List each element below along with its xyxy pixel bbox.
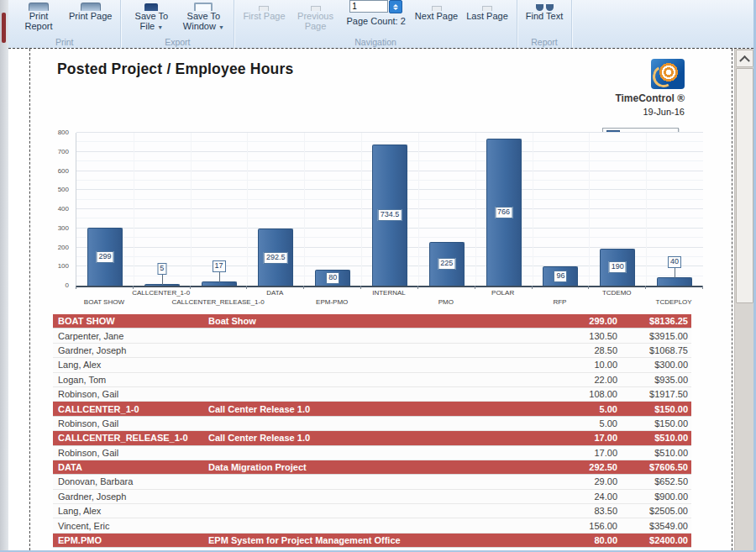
report-date: 19-Jun-16 xyxy=(615,107,685,117)
hours-table: BOAT SHOWBoat Show299.00$8136.25Carpente… xyxy=(53,314,691,548)
y-tick-label: 0 xyxy=(66,282,69,289)
window-icon xyxy=(194,3,213,11)
x-category-label: BOAT SHOW xyxy=(84,298,124,306)
first-page-label: First Page xyxy=(243,11,285,21)
table-cell-id: CALLCENTER_RELEASE_1-0 xyxy=(53,433,208,443)
page-number-input[interactable] xyxy=(349,0,388,13)
group-label-print: Print xyxy=(8,37,120,47)
x-tick xyxy=(360,286,361,289)
table-row-project-group: BOAT SHOWBoat Show299.00$8136.25 xyxy=(53,314,691,329)
table-cell-id: Robinson, Gail xyxy=(53,448,208,458)
group-label-export: Export xyxy=(121,37,234,47)
x-tick xyxy=(133,286,134,289)
table-cell-amount: $8136.25 xyxy=(619,316,691,326)
chevron-down-icon: ▼ xyxy=(218,24,224,30)
table-cell-id: Lang, Alex xyxy=(53,360,208,370)
bar-slot: 225 xyxy=(418,133,475,286)
next-page-label: Next Page xyxy=(415,11,458,21)
table-cell-id: CALLCENTER_1-0 xyxy=(53,404,208,414)
bar-value-label: 190 xyxy=(609,261,627,273)
table-row-project-group: EPM.PMOEPM System for Project Management… xyxy=(53,534,691,548)
bar-value-label: 292.5 xyxy=(264,252,288,264)
y-tick-label: 400 xyxy=(58,206,69,213)
last-page-button[interactable]: Last Page xyxy=(462,1,512,21)
y-tick-label: 600 xyxy=(58,168,69,175)
table-cell-desc: Boat Show xyxy=(208,316,543,326)
printer-icon xyxy=(81,3,101,11)
window-left-border xyxy=(0,0,8,550)
table-cell-hours: 292.50 xyxy=(543,462,619,472)
bar-value-label: 299 xyxy=(96,251,113,263)
table-cell-id: Gardner, Joseph xyxy=(53,345,208,355)
table-cell-hours: 28.50 xyxy=(543,345,619,355)
page-count-label: Page Count: 2 xyxy=(347,16,406,26)
toolbar-group-navigation: First Page Previous Page Page Count: 2 N… xyxy=(234,0,517,48)
table-cell-id: Logan, Tom xyxy=(53,375,208,385)
bar-slot: 40 xyxy=(646,133,703,286)
previous-page-button[interactable]: Previous Page xyxy=(290,1,342,31)
y-tick-label: 300 xyxy=(58,225,69,232)
save-to-file-button[interactable]: Save To File ▼ xyxy=(125,1,177,33)
table-cell-amount: $7606.50 xyxy=(619,462,691,472)
scrollbar-thumb[interactable] xyxy=(736,68,753,303)
table-cell-hours: 5.00 xyxy=(543,404,619,414)
page-number-box: Page Count: 2 xyxy=(342,1,411,26)
x-category-label: POLAR xyxy=(491,289,514,297)
toolbar-group-export: Save To File ▼ Save To Window ▼ Export xyxy=(121,0,234,48)
bar-value-label: 766 xyxy=(495,207,512,218)
x-tick xyxy=(303,286,304,289)
bar-value-label: 96 xyxy=(554,271,567,282)
table-row-employee: Gardner, Joseph28.50$1068.75 xyxy=(53,344,691,358)
x-tick xyxy=(645,286,646,289)
report-page: Posted Project / Employee Hours TimeCont… xyxy=(30,49,732,550)
table-cell-hours: 10.00 xyxy=(543,360,619,370)
y-tick-label: 800 xyxy=(58,129,69,136)
next-page-button[interactable]: Next Page xyxy=(411,1,462,21)
label-connector xyxy=(162,275,163,285)
x-category-label: INTERNAL xyxy=(372,289,406,297)
table-cell-amount: $652.50 xyxy=(619,476,691,486)
bar-slot: 734.5 xyxy=(361,133,418,286)
table-row-employee: Robinson, Gail108.00$1917.50 xyxy=(53,387,691,402)
print-report-button[interactable]: Print Report xyxy=(13,1,65,31)
find-text-button[interactable]: Find Text xyxy=(522,1,567,21)
previous-page-label: Previous Page xyxy=(294,11,338,31)
print-area-dashed-border-right xyxy=(732,49,732,550)
bar-value-label: 40 xyxy=(668,256,681,268)
table-cell-id: Lang, Alex xyxy=(53,506,208,516)
table-cell-amount: $3549.00 xyxy=(619,521,691,531)
x-tick xyxy=(532,286,533,289)
save-disk-icon xyxy=(144,3,158,11)
table-row-employee: Donovan, Barbara29.00$652.50 xyxy=(53,475,691,489)
scroll-up-button[interactable] xyxy=(736,50,753,67)
table-cell-id: DATA xyxy=(53,462,208,472)
page-spinner[interactable] xyxy=(389,0,402,13)
x-tick xyxy=(76,286,76,289)
table-cell-desc: Call Center Release 1.0 xyxy=(208,433,543,443)
chevron-up-icon xyxy=(739,55,750,66)
table-cell-hours: 24.00 xyxy=(543,492,619,502)
table-row-project-group: CALLCENTER_1-0Call Center Release 1.05.0… xyxy=(53,402,691,416)
table-cell-amount: $510.00 xyxy=(619,433,691,443)
table-cell-id: Gardner, Joseph xyxy=(53,492,208,502)
bar-value-label: 17 xyxy=(213,260,226,272)
report-viewer-window: Print Report Print Page Print Save To Fi… xyxy=(0,0,756,552)
table-cell-hours: 80.00 xyxy=(543,535,619,545)
binoculars-icon xyxy=(536,4,554,11)
bar-value-label: 80 xyxy=(326,272,339,284)
print-page-button[interactable]: Print Page xyxy=(65,1,116,21)
table-cell-amount: $2505.00 xyxy=(619,506,691,516)
y-tick-label: 100 xyxy=(58,263,69,270)
table-cell-hours: 83.50 xyxy=(543,506,619,516)
bar-slot: 5 xyxy=(134,133,191,286)
table-row-employee: Logan, Tom22.00$935.00 xyxy=(53,373,691,387)
bar-slot: 96 xyxy=(533,133,590,286)
vertical-scrollbar[interactable] xyxy=(734,49,753,550)
toolbar-group-report: Find Text Report xyxy=(517,0,572,48)
first-page-button[interactable]: First Page xyxy=(239,1,289,21)
table-cell-amount: $1068.75 xyxy=(619,345,691,355)
table-cell-desc: EPM System for Project Management Office xyxy=(208,535,543,545)
bar-value-label: 225 xyxy=(438,258,455,270)
save-to-window-button[interactable]: Save To Window ▼ xyxy=(177,1,229,33)
table-cell-amount: $510.00 xyxy=(619,448,691,458)
